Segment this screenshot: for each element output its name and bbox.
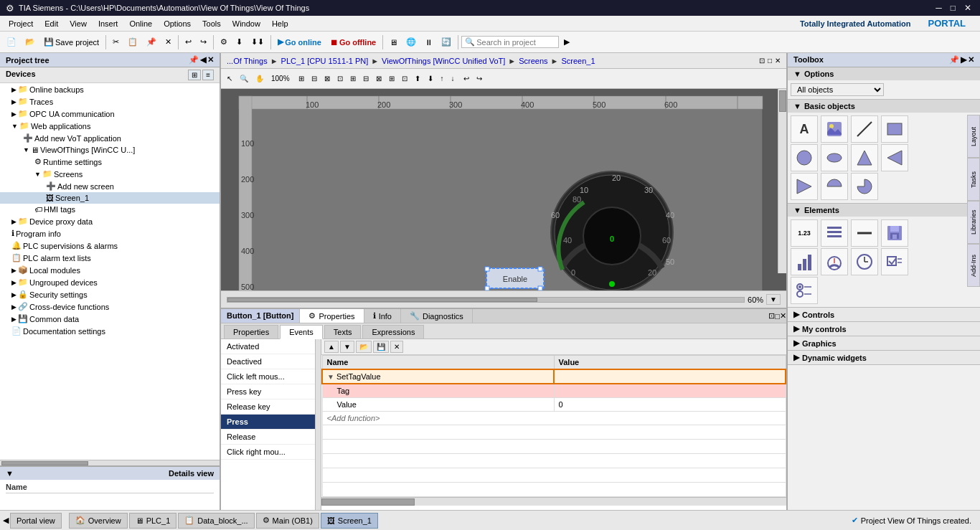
minimize-button[interactable]: ─ bbox=[933, 3, 945, 13]
bring-forward-tool[interactable]: ↑ bbox=[438, 73, 447, 84]
triangle-btn[interactable] bbox=[851, 144, 878, 171]
libraries-tab[interactable]: Libraries bbox=[967, 201, 980, 244]
tab-properties[interactable]: Properties bbox=[224, 325, 278, 339]
tree-item-device-proxy[interactable]: ▶ 📁 Device proxy data bbox=[0, 215, 220, 227]
panel-maximize-button[interactable]: □ bbox=[775, 309, 780, 323]
triangle-left-btn[interactable] bbox=[881, 144, 908, 171]
menu-online[interactable]: Online bbox=[123, 18, 158, 29]
h-scroll-thumb[interactable] bbox=[227, 298, 537, 302]
clock-elem-btn[interactable] bbox=[851, 248, 878, 275]
copy-button[interactable]: 📋 bbox=[124, 35, 141, 49]
cut-button[interactable]: ✂ bbox=[109, 35, 123, 49]
new-button[interactable]: 📄 bbox=[3, 35, 20, 49]
tree-item-webapps[interactable]: ▼ 📁 Web applications bbox=[0, 120, 220, 132]
event-release-key[interactable]: Release key bbox=[221, 399, 321, 415]
canvas-wrapper[interactable]: 100 200 300 400 500 600 100 200 300 400 … bbox=[221, 89, 786, 290]
go-online-button[interactable]: ▶ Go online bbox=[274, 35, 325, 49]
tree-item-add-vot[interactable]: ➕ Add new VoT application bbox=[0, 132, 220, 144]
toolbox-options-header[interactable]: ▼ Options bbox=[788, 67, 980, 80]
list-btn[interactable] bbox=[821, 219, 848, 247]
menu-insert[interactable]: Insert bbox=[93, 18, 124, 29]
tree-item-common-data[interactable]: ▶ 💾 Common data bbox=[0, 313, 220, 325]
table-row-value[interactable]: Value 0 bbox=[322, 398, 786, 412]
tree-item-program-info[interactable]: ℹ Program info bbox=[0, 227, 220, 240]
restore-window-icon[interactable]: ⊡ bbox=[759, 57, 765, 65]
horizontal-scrollbar[interactable] bbox=[0, 460, 220, 465]
devices-grid-view[interactable]: ⊞ bbox=[188, 70, 201, 80]
download2-button[interactable]: ⬇⬇ bbox=[248, 35, 268, 49]
zoom-dropdown[interactable]: ▼ bbox=[766, 294, 781, 305]
menu-help[interactable]: Help bbox=[266, 18, 294, 29]
menu-edit[interactable]: Edit bbox=[39, 18, 64, 29]
tree-item-viewofthings[interactable]: ▼ 🖥 ViewOfThings [WinCC U...] bbox=[0, 144, 220, 156]
delete-ev-button[interactable]: ✕ bbox=[390, 341, 403, 353]
breadcrumb-item-1[interactable]: PLC_1 [CPU 1511-1 PN] bbox=[281, 57, 369, 65]
tree-item-screens[interactable]: ▼ 📁 Screens bbox=[0, 168, 220, 180]
save-button[interactable]: 💾 Save project bbox=[40, 35, 103, 49]
portal-view-button[interactable]: Portal view bbox=[10, 513, 62, 529]
tab-events[interactable]: Events bbox=[280, 325, 323, 339]
event-click-right[interactable]: Click right mou... bbox=[221, 445, 321, 460]
inspector-tab-properties[interactable]: ⚙ Properties bbox=[300, 309, 364, 323]
inspector-tab-diagnostics[interactable]: 🔧 Diagnostics bbox=[401, 309, 473, 323]
events-hscrollbar-thumb[interactable] bbox=[321, 498, 415, 506]
save-ev-button[interactable]: 💾 bbox=[373, 341, 389, 353]
menu-view[interactable]: View bbox=[64, 18, 93, 29]
line-elem-btn[interactable] bbox=[851, 219, 878, 247]
send-back-tool[interactable]: ⬇ bbox=[425, 73, 436, 84]
stop-button[interactable]: ⏸ bbox=[421, 36, 436, 49]
distribute-v-tool[interactable]: ⊞ bbox=[347, 73, 359, 84]
download-button[interactable]: ⬇ bbox=[232, 35, 246, 49]
main-ob1-button[interactable]: ⚙ Main (OB1) bbox=[256, 513, 319, 529]
tree-item-opc[interactable]: ▶ 📁 OPC UA communication bbox=[0, 108, 220, 120]
canvas-vscrollbar-thumb[interactable] bbox=[779, 90, 786, 112]
compile-button[interactable]: ⚙ bbox=[217, 35, 231, 49]
io-field-btn[interactable]: 1.23 bbox=[791, 219, 818, 247]
menu-window[interactable]: Window bbox=[227, 18, 266, 29]
search-input[interactable] bbox=[476, 38, 555, 47]
add-row-up-button[interactable]: ▲ bbox=[324, 341, 339, 353]
event-deactived[interactable]: Deactived bbox=[221, 354, 321, 369]
tree-item-plc-alarm[interactable]: 📋 PLC alarm text lists bbox=[0, 252, 220, 264]
toolbox-my-controls-section[interactable]: ▶ My controls bbox=[788, 322, 980, 336]
go-offline-button[interactable]: ⏹ Go offline bbox=[326, 36, 380, 49]
tab-texts[interactable]: Texts bbox=[324, 325, 362, 339]
tree-item-security[interactable]: ▶ 🔒 Security settings bbox=[0, 288, 220, 301]
table-row-settagvalue[interactable]: ▼ SetTagValue bbox=[322, 369, 786, 384]
tree-item-traces[interactable]: ▶ 📁 Traces bbox=[0, 95, 220, 108]
tree-item-add-screen[interactable]: ➕ Add new screen bbox=[0, 180, 220, 192]
horizontal-scroll[interactable] bbox=[227, 297, 745, 303]
panel-close-x-button[interactable]: ✕ bbox=[780, 309, 786, 323]
triangle-right-btn[interactable] bbox=[791, 173, 818, 200]
breadcrumb-item-4[interactable]: Screen_1 bbox=[561, 57, 595, 65]
radio-elem-btn[interactable] bbox=[791, 277, 818, 304]
network-button[interactable]: 🌐 bbox=[402, 35, 420, 49]
tree-item-runtime[interactable]: ⚙ Runtime settings bbox=[0, 156, 220, 168]
save-elem-btn[interactable] bbox=[881, 219, 908, 247]
tree-item-ungrouped[interactable]: ▶ 📁 Ungrouped devices bbox=[0, 276, 220, 288]
event-release[interactable]: Release bbox=[221, 430, 321, 445]
canvas-vscrollbar[interactable] bbox=[778, 89, 786, 273]
delete-button[interactable]: ✕ bbox=[161, 35, 175, 49]
tree-item-hmi-tags[interactable]: 🏷 HMI tags bbox=[0, 204, 220, 215]
zoom-tool[interactable]: 🔍 bbox=[237, 73, 251, 84]
toolbox-graphics-section[interactable]: ▶ Graphics bbox=[788, 336, 980, 351]
scrollbar-thumb[interactable] bbox=[1, 461, 88, 465]
align-left-tool[interactable]: ⊞ bbox=[296, 73, 307, 84]
tree-item-documentation[interactable]: 📄 Documentation settings bbox=[0, 325, 220, 337]
table-row-tag[interactable]: Tag bbox=[322, 384, 786, 398]
table-row-add-function[interactable]: <Add function> bbox=[322, 412, 786, 425]
bar-elem-btn[interactable] bbox=[791, 248, 818, 275]
send-backward-tool[interactable]: ↓ bbox=[448, 73, 458, 84]
open-button[interactable]: 📂 bbox=[22, 35, 39, 49]
zoom-100-tool[interactable]: 100% bbox=[268, 73, 293, 84]
toolbox-pin-icon[interactable]: 📌 bbox=[949, 55, 959, 65]
group-tool[interactable]: ⊞ bbox=[386, 73, 397, 84]
ungroup-tool[interactable]: ⊡ bbox=[399, 73, 410, 84]
hardware-button[interactable]: 🖥 bbox=[386, 36, 401, 49]
toolbox-dynamic-widgets-section[interactable]: ▶ Dynamic widgets bbox=[788, 351, 980, 365]
gauge-elem-btn[interactable] bbox=[821, 248, 848, 275]
toolbox-basic-objects-header[interactable]: ▼ Basic objects bbox=[788, 100, 980, 113]
breadcrumb-item-3[interactable]: Screens bbox=[519, 57, 547, 65]
restore-button[interactable]: □ bbox=[948, 3, 958, 13]
